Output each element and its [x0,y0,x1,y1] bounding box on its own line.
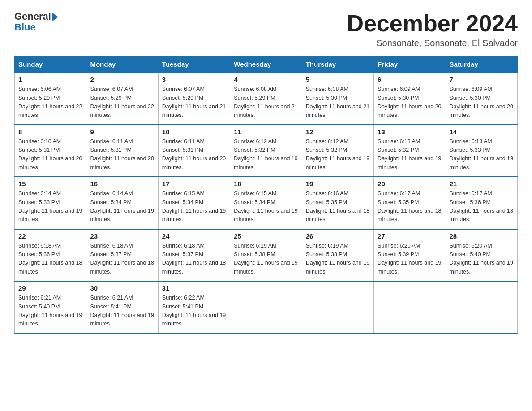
day-number: 15 [18,180,82,188]
day-number: 9 [90,128,154,136]
calendar-cell [446,281,517,333]
day-number: 18 [234,180,298,188]
calendar-cell: 27 Sunrise: 6:20 AMSunset: 5:39 PMDaylig… [374,229,446,282]
day-number: 31 [162,284,226,292]
calendar-header-sunday: Sunday [15,56,86,73]
day-info: Sunrise: 6:21 AMSunset: 5:40 PMDaylight:… [18,294,82,329]
day-number: 24 [162,232,226,240]
day-number: 26 [306,232,370,240]
day-info: Sunrise: 6:09 AMSunset: 5:30 PMDaylight:… [378,85,442,120]
calendar-cell: 14 Sunrise: 6:13 AMSunset: 5:33 PMDaylig… [446,125,517,177]
day-number: 16 [90,180,154,188]
day-number: 20 [378,180,442,188]
calendar-header-row: SundayMondayTuesdayWednesdayThursdayFrid… [15,56,518,73]
calendar-cell: 12 Sunrise: 6:12 AMSunset: 5:32 PMDaylig… [302,125,373,177]
calendar-cell: 24 Sunrise: 6:18 AMSunset: 5:37 PMDaylig… [158,229,230,282]
calendar-cell [230,281,302,333]
calendar-cell: 18 Sunrise: 6:15 AMSunset: 5:34 PMDaylig… [230,177,302,229]
day-info: Sunrise: 6:07 AMSunset: 5:29 PMDaylight:… [162,85,226,120]
day-info: Sunrise: 6:11 AMSunset: 5:31 PMDaylight:… [162,137,226,172]
calendar-cell: 6 Sunrise: 6:09 AMSunset: 5:30 PMDayligh… [374,73,446,125]
day-info: Sunrise: 6:12 AMSunset: 5:32 PMDaylight:… [234,137,298,172]
day-info: Sunrise: 6:18 AMSunset: 5:37 PMDaylight:… [162,242,226,277]
day-number: 3 [162,76,226,83]
day-number: 1 [18,76,82,83]
day-info: Sunrise: 6:09 AMSunset: 5:30 PMDaylight:… [450,85,514,120]
calendar-week-row: 1 Sunrise: 6:06 AMSunset: 5:29 PMDayligh… [15,73,518,125]
day-info: Sunrise: 6:12 AMSunset: 5:32 PMDaylight:… [306,137,370,172]
calendar-cell: 17 Sunrise: 6:15 AMSunset: 5:34 PMDaylig… [158,177,230,229]
day-info: Sunrise: 6:08 AMSunset: 5:30 PMDaylight:… [306,85,370,120]
day-info: Sunrise: 6:07 AMSunset: 5:29 PMDaylight:… [90,85,154,120]
day-info: Sunrise: 6:11 AMSunset: 5:31 PMDaylight:… [90,137,154,172]
day-info: Sunrise: 6:22 AMSunset: 5:41 PMDaylight:… [162,294,226,329]
day-number: 2 [90,76,154,83]
day-number: 13 [378,128,442,136]
day-number: 11 [234,128,298,136]
day-number: 21 [450,180,514,188]
day-number: 17 [162,180,226,188]
day-number: 10 [162,128,226,136]
calendar-cell: 25 Sunrise: 6:19 AMSunset: 5:38 PMDaylig… [230,229,302,282]
day-info: Sunrise: 6:13 AMSunset: 5:33 PMDaylight:… [450,137,514,172]
calendar-cell: 1 Sunrise: 6:06 AMSunset: 5:29 PMDayligh… [15,73,86,125]
day-info: Sunrise: 6:18 AMSunset: 5:37 PMDaylight:… [90,242,154,277]
day-info: Sunrise: 6:13 AMSunset: 5:32 PMDaylight:… [378,137,442,172]
day-number: 5 [306,76,370,83]
day-number: 12 [306,128,370,136]
calendar-cell: 3 Sunrise: 6:07 AMSunset: 5:29 PMDayligh… [158,73,230,125]
day-info: Sunrise: 6:10 AMSunset: 5:31 PMDaylight:… [18,137,82,172]
calendar-cell: 26 Sunrise: 6:19 AMSunset: 5:38 PMDaylig… [302,229,373,282]
calendar-cell: 9 Sunrise: 6:11 AMSunset: 5:31 PMDayligh… [86,125,158,177]
calendar-cell: 29 Sunrise: 6:21 AMSunset: 5:40 PMDaylig… [15,281,86,333]
calendar-header-wednesday: Wednesday [230,56,302,73]
calendar-cell: 5 Sunrise: 6:08 AMSunset: 5:30 PMDayligh… [302,73,373,125]
calendar-cell: 2 Sunrise: 6:07 AMSunset: 5:29 PMDayligh… [86,73,158,125]
calendar-cell: 31 Sunrise: 6:22 AMSunset: 5:41 PMDaylig… [158,281,230,333]
day-number: 19 [306,180,370,188]
day-info: Sunrise: 6:16 AMSunset: 5:35 PMDaylight:… [306,189,370,224]
calendar-header-monday: Monday [86,56,158,73]
day-number: 25 [234,232,298,240]
calendar-week-row: 8 Sunrise: 6:10 AMSunset: 5:31 PMDayligh… [15,125,518,177]
day-number: 22 [18,232,82,240]
calendar-cell: 13 Sunrise: 6:13 AMSunset: 5:32 PMDaylig… [374,125,446,177]
calendar-cell: 30 Sunrise: 6:21 AMSunset: 5:41 PMDaylig… [86,281,158,333]
day-number: 23 [90,232,154,240]
calendar-week-row: 15 Sunrise: 6:14 AMSunset: 5:33 PMDaylig… [15,177,518,229]
logo-arrow-icon [52,13,58,21]
day-info: Sunrise: 6:08 AMSunset: 5:29 PMDaylight:… [234,85,298,120]
calendar-cell: 20 Sunrise: 6:17 AMSunset: 5:35 PMDaylig… [374,177,446,229]
calendar-header-thursday: Thursday [302,56,373,73]
day-number: 8 [18,128,82,136]
day-info: Sunrise: 6:20 AMSunset: 5:39 PMDaylight:… [378,242,442,277]
day-info: Sunrise: 6:19 AMSunset: 5:38 PMDaylight:… [234,242,298,277]
day-number: 4 [234,76,298,83]
calendar-cell: 7 Sunrise: 6:09 AMSunset: 5:30 PMDayligh… [446,73,517,125]
calendar-cell: 11 Sunrise: 6:12 AMSunset: 5:32 PMDaylig… [230,125,302,177]
day-number: 14 [450,128,514,136]
calendar-week-row: 29 Sunrise: 6:21 AMSunset: 5:40 PMDaylig… [15,281,518,333]
day-info: Sunrise: 6:20 AMSunset: 5:40 PMDaylight:… [450,242,514,277]
calendar-cell: 21 Sunrise: 6:17 AMSunset: 5:36 PMDaylig… [446,177,517,229]
calendar-cell: 28 Sunrise: 6:20 AMSunset: 5:40 PMDaylig… [446,229,517,282]
calendar-cell: 4 Sunrise: 6:08 AMSunset: 5:29 PMDayligh… [230,73,302,125]
calendar-cell: 19 Sunrise: 6:16 AMSunset: 5:35 PMDaylig… [302,177,373,229]
day-info: Sunrise: 6:21 AMSunset: 5:41 PMDaylight:… [90,294,154,329]
calendar-cell: 16 Sunrise: 6:14 AMSunset: 5:34 PMDaylig… [86,177,158,229]
calendar-cell: 10 Sunrise: 6:11 AMSunset: 5:31 PMDaylig… [158,125,230,177]
calendar-cell [302,281,373,333]
calendar-week-row: 22 Sunrise: 6:18 AMSunset: 5:36 PMDaylig… [15,229,518,282]
day-info: Sunrise: 6:17 AMSunset: 5:35 PMDaylight:… [378,189,442,224]
day-info: Sunrise: 6:15 AMSunset: 5:34 PMDaylight:… [162,189,226,224]
calendar-cell [374,281,446,333]
page-header: General Blue December 2024 Sonsonate, So… [14,11,518,48]
day-info: Sunrise: 6:06 AMSunset: 5:29 PMDaylight:… [18,85,82,120]
calendar-cell: 23 Sunrise: 6:18 AMSunset: 5:37 PMDaylig… [86,229,158,282]
calendar-header-friday: Friday [374,56,446,73]
calendar-header-saturday: Saturday [446,56,517,73]
day-info: Sunrise: 6:14 AMSunset: 5:34 PMDaylight:… [90,189,154,224]
day-number: 6 [378,76,442,83]
calendar-cell: 22 Sunrise: 6:18 AMSunset: 5:36 PMDaylig… [15,229,86,282]
title-section: December 2024 Sonsonate, Sonsonate, El S… [347,11,518,48]
